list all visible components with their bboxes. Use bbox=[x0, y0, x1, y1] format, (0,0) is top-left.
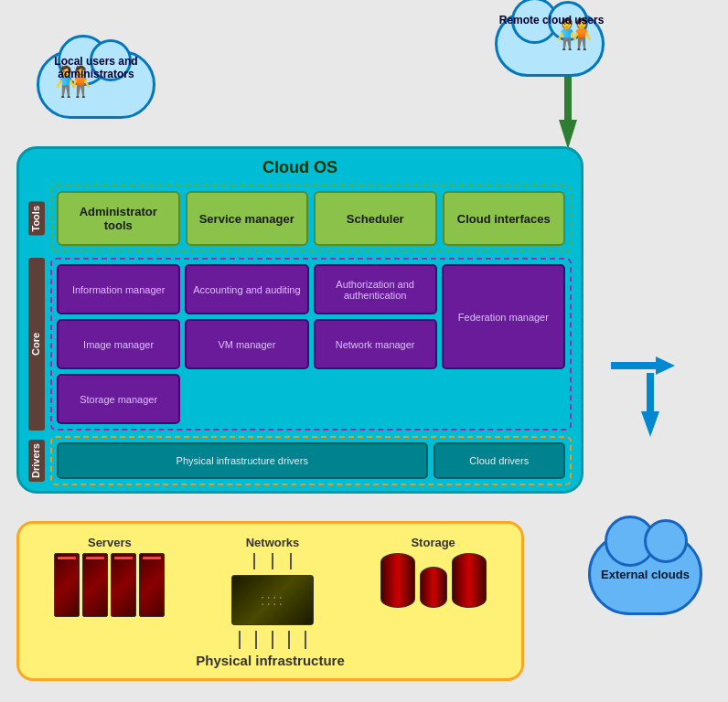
cloud-os-box: Cloud OS Tools Administrator tools Servi… bbox=[16, 146, 583, 494]
tools-label: Tools bbox=[28, 202, 45, 236]
diagram-container: 🧑‍🤝‍🧑 Local users and administrators 🧑‍🤝… bbox=[0, 0, 728, 702]
external-cloud-arrow-down-icon bbox=[641, 373, 659, 437]
servers-icon bbox=[54, 553, 165, 617]
servers-label: Servers bbox=[88, 536, 132, 549]
remote-arrow-icon bbox=[559, 76, 577, 149]
drivers-label: Drivers bbox=[28, 440, 45, 482]
networks-group: Networks bbox=[231, 536, 314, 649]
info-manager-box: Information manager bbox=[57, 264, 180, 314]
cable-2 bbox=[255, 631, 257, 649]
servers-group: Servers bbox=[54, 536, 165, 617]
physical-title: Physical infrastructure bbox=[30, 653, 510, 668]
storage-cylinders-icon bbox=[380, 553, 487, 608]
physical-infrastructure-box: Servers Networks bbox=[16, 521, 524, 681]
network-cables-icon bbox=[231, 631, 314, 649]
cable-3 bbox=[272, 631, 273, 649]
physical-drivers-box: Physical infrastructure drivers bbox=[57, 442, 428, 479]
accounting-box: Accounting and auditing bbox=[185, 264, 308, 314]
external-clouds-label: External clouds bbox=[591, 568, 700, 581]
storage-group: Storage bbox=[380, 536, 487, 608]
cylinder-1 bbox=[380, 553, 415, 608]
server-unit-3 bbox=[111, 553, 136, 617]
tools-row: Administrator tools Service manager Sche… bbox=[50, 185, 572, 252]
cable-5 bbox=[305, 631, 306, 649]
antennas-icon bbox=[249, 553, 296, 569]
cloud-drivers-box: Cloud drivers bbox=[434, 442, 566, 479]
drivers-row: Physical infrastructure drivers Cloud dr… bbox=[50, 436, 572, 485]
tools-section: Tools Administrator tools Service manage… bbox=[28, 185, 572, 252]
local-users-label: Local users and administrators bbox=[27, 55, 165, 80]
admin-tools-box: Administrator tools bbox=[57, 191, 180, 246]
core-label: Core bbox=[28, 258, 45, 431]
storage-label: Storage bbox=[411, 536, 455, 549]
external-clouds-cloud: External clouds bbox=[588, 533, 702, 615]
cylinder-3 bbox=[452, 553, 487, 608]
scheduler-box: Scheduler bbox=[314, 191, 437, 246]
drivers-section: Drivers Physical infrastructure drivers … bbox=[28, 436, 572, 485]
cylinder-2 bbox=[420, 567, 447, 608]
physical-content: Servers Networks bbox=[30, 531, 510, 649]
external-cloud-arrow-right-icon bbox=[611, 356, 675, 375]
core-grid: Information manager Accounting and audit… bbox=[50, 258, 572, 431]
cloud-interfaces-box: Cloud interfaces bbox=[443, 191, 566, 246]
image-manager-box: Image manager bbox=[57, 319, 180, 369]
federation-manager-box: Federation manager bbox=[442, 264, 565, 369]
network-manager-box: Network manager bbox=[314, 319, 437, 369]
networks-label: Networks bbox=[246, 536, 300, 549]
server-unit-2 bbox=[82, 553, 108, 617]
antenna-1 bbox=[253, 553, 255, 569]
cable-4 bbox=[288, 631, 290, 649]
storage-manager-box: Storage manager bbox=[57, 374, 180, 424]
auth-box: Authorization and authentication bbox=[314, 264, 437, 314]
core-section: Core Information manager Accounting and … bbox=[28, 258, 572, 431]
server-unit-4 bbox=[139, 553, 165, 617]
service-manager-box: Service manager bbox=[186, 191, 309, 246]
server-unit-1 bbox=[54, 553, 80, 617]
remote-users-label: Remote cloud users bbox=[492, 14, 611, 27]
cable-1 bbox=[239, 631, 241, 649]
vm-manager-box: VM manager bbox=[185, 319, 308, 369]
antenna-2 bbox=[272, 553, 273, 569]
network-switch-icon bbox=[231, 575, 314, 625]
cloud-os-title: Cloud OS bbox=[28, 158, 572, 177]
antenna-3 bbox=[290, 553, 292, 569]
